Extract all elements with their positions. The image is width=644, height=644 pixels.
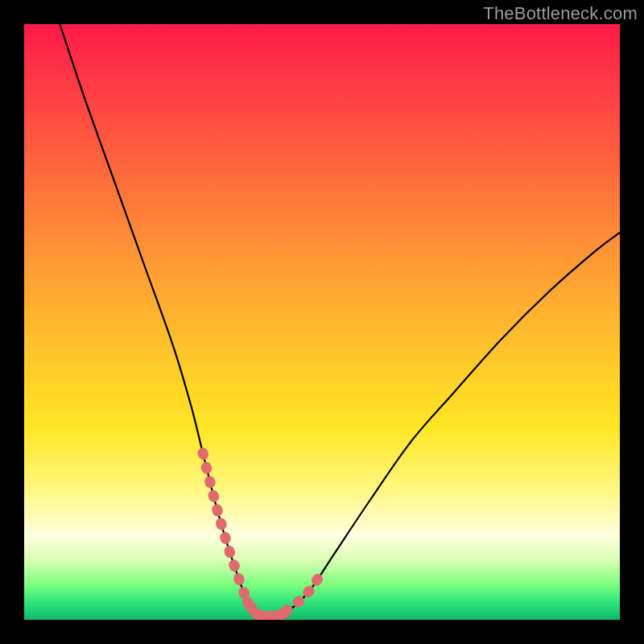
- highlight-band-bottom: [248, 602, 287, 617]
- chart-stage: TheBottleneck.com: [0, 0, 644, 644]
- watermark-text: TheBottleneck.com: [483, 3, 638, 24]
- highlight-band-left: [203, 453, 248, 602]
- highlight-band-right: [287, 572, 322, 611]
- plot-area: [24, 24, 620, 620]
- chart-overlay: [24, 24, 620, 620]
- bottleneck-curve: [60, 24, 620, 617]
